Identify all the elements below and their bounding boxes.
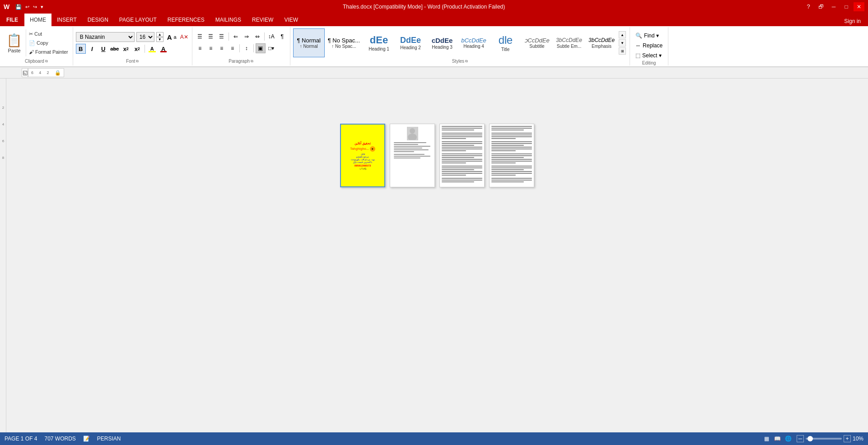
decrease-indent-btn[interactable]: ⇐ — [231, 32, 241, 42]
customize-quick-btn[interactable]: ▾ — [39, 3, 45, 11]
page-1-thumbnail[interactable]: تحقیق آنلاین Tahghigho... ★ فایل مرجع دا… — [340, 124, 385, 187]
style-heading4[interactable]: bCcDdEe Heading 4 — [458, 28, 490, 57]
border-btn[interactable]: □▾ — [266, 43, 276, 53]
page-3-thumbnail[interactable] — [439, 124, 485, 187]
page2-lines — [392, 142, 433, 158]
ad-note: واتساپ — [359, 167, 366, 170]
clear-format-btn[interactable]: A✕ — [179, 32, 189, 42]
redo-quick-btn[interactable]: ↪ — [32, 3, 38, 11]
zoom-track[interactable] — [806, 438, 842, 440]
copy-button[interactable]: 📄 Copy — [27, 39, 70, 47]
align-left-btn[interactable]: ≡ — [195, 43, 205, 53]
clipboard-expand-icon[interactable]: ⧉ — [45, 59, 48, 64]
tab-home[interactable]: HOME — [24, 14, 51, 26]
styles-scroll-up[interactable]: ▲ — [619, 31, 626, 38]
tab-page-layout[interactable]: PAGE LAYOUT — [114, 14, 162, 26]
align-center-btn[interactable]: ≡ — [206, 43, 216, 53]
paste-label: Paste — [8, 48, 20, 53]
zoom-controls: ─ + 10% — [797, 435, 863, 442]
italic-button[interactable]: I — [87, 44, 97, 54]
show-formatting-btn[interactable]: ¶ — [277, 32, 287, 42]
style-normal[interactable]: ¶ Normal ↑ Normal — [293, 28, 325, 57]
print-layout-view-btn[interactable]: ▦ — [762, 434, 771, 443]
tab-file[interactable]: FILE — [0, 14, 24, 26]
superscript-button[interactable]: x2 — [132, 44, 142, 54]
style-title[interactable]: dIe Title — [490, 28, 521, 57]
highlight-color-btn[interactable]: A — [147, 44, 157, 54]
clipboard-group: 📋 Paste ✂ Cut 📄 Copy 🖌 Format Painter — [0, 27, 73, 65]
numbering-btn[interactable]: ☰ — [206, 32, 216, 42]
styles-scroll-down[interactable]: ▼ — [619, 39, 626, 46]
page-2-thumbnail[interactable] — [390, 124, 435, 187]
divider — [145, 45, 145, 53]
paste-button[interactable]: 📋 Paste — [3, 29, 26, 56]
underline-button[interactable]: U — [98, 44, 108, 54]
tab-insert[interactable]: INSERT — [51, 14, 82, 26]
tab-references[interactable]: REFERENCES — [162, 14, 210, 26]
bullets-btn[interactable]: ☰ — [195, 32, 205, 42]
tab-design[interactable]: DESIGN — [82, 14, 114, 26]
tab-review[interactable]: REVIEW — [247, 14, 279, 26]
style-heading1[interactable]: dEe Heading 1 — [363, 28, 395, 57]
close-btn[interactable]: ✕ — [854, 2, 864, 11]
help-btn[interactable]: ? — [803, 2, 814, 11]
replace-button[interactable]: ↔ Replace — [633, 42, 665, 50]
change-case-small-btn[interactable]: a — [173, 33, 177, 41]
find-button[interactable]: 🔍 Find ▾ — [633, 32, 665, 40]
select-button[interactable]: ⬚ Select ▾ — [633, 51, 665, 60]
undo-quick-btn[interactable]: ↩ — [24, 3, 31, 11]
font-size-select[interactable]: 16 — [136, 32, 154, 42]
format-painter-button[interactable]: 🖌 Format Painter — [27, 48, 70, 56]
zoom-out-btn[interactable]: ─ — [797, 435, 804, 442]
language-indicator: PERSIAN — [97, 436, 121, 442]
sign-in-btn[interactable]: Sign in — [839, 16, 868, 26]
style-subtitle[interactable]: ɔCcDdEe Subtitle — [521, 28, 553, 57]
mirror-indents-btn[interactable]: ⇔ — [252, 32, 262, 42]
save-quick-btn[interactable]: 💾 — [14, 3, 23, 11]
read-mode-btn[interactable]: 📖 — [773, 434, 782, 443]
style-heading3[interactable]: cDdEe Heading 3 — [426, 28, 458, 57]
style-subtle-emphasis[interactable]: 3bCcDdEe Subtle Em... — [553, 28, 585, 57]
shading-btn[interactable]: ▣ — [256, 43, 266, 53]
zoom-thumb[interactable] — [807, 436, 813, 441]
paragraph-group-label: Paragraph — [229, 59, 250, 64]
sort-btn[interactable]: ↕A — [266, 32, 276, 42]
ribbon: FILE HOME INSERT DESIGN PAGE LAYOUT REFE… — [0, 14, 868, 67]
web-layout-btn[interactable]: 🌐 — [784, 434, 793, 443]
justify-btn[interactable]: ≡ — [228, 43, 238, 53]
cut-button[interactable]: ✂ Cut — [27, 30, 70, 38]
paragraph-group: ☰ ☰ ☰ ⇐ ⇒ ⇔ ↕A ¶ ≡ ≡ ≡ ≡ ↕ — [192, 27, 290, 65]
tab-view[interactable]: VIEW — [279, 14, 303, 26]
select-icon: ⬚ — [635, 52, 640, 59]
zoom-in-btn[interactable]: + — [844, 435, 851, 442]
restore-window-btn[interactable]: 🗗 — [816, 2, 826, 11]
style-no-spacing[interactable]: ¶ No Spac... ↑ No Spac... — [325, 28, 363, 57]
paragraph-expand-icon[interactable]: ⧉ — [251, 59, 253, 64]
ruler-left-end[interactable]: ◱ — [22, 68, 28, 77]
styles-expand-icon[interactable]: ⧉ — [465, 59, 468, 64]
font-size-decrease-btn[interactable]: ▼ — [156, 37, 163, 42]
paste-icon: 📋 — [6, 33, 22, 48]
bold-button[interactable]: B — [76, 44, 86, 54]
font-size-increase-btn[interactable]: ▲ — [156, 32, 163, 37]
change-case-large-btn[interactable]: A — [166, 32, 173, 42]
strikethrough-button[interactable]: abc — [110, 44, 120, 54]
styles-expand[interactable]: ⊞ — [619, 47, 626, 55]
select-label: Select ▾ — [642, 52, 662, 59]
line-spacing-btn[interactable]: ↕ — [242, 43, 252, 53]
minimize-btn[interactable]: ─ — [828, 2, 839, 11]
page-4-thumbnail[interactable] — [489, 124, 534, 187]
style-heading2[interactable]: DdEe Heading 2 — [395, 28, 426, 57]
subscript-button[interactable]: x2 — [121, 44, 131, 54]
font-name-select[interactable]: B Nazanin — [76, 32, 135, 42]
tab-mailings[interactable]: MAILINGS — [210, 14, 247, 26]
align-right-btn[interactable]: ≡ — [217, 43, 227, 53]
style-emphasis[interactable]: 3bCcDdEe Emphasis — [585, 28, 618, 57]
font-expand-icon[interactable]: ⧉ — [136, 59, 139, 64]
maximize-btn[interactable]: □ — [841, 2, 852, 11]
increase-indent-btn[interactable]: ⇒ — [242, 32, 252, 42]
horizontal-ruler: ◱ 6 4 2 🔒 — [0, 67, 868, 79]
multilevel-btn[interactable]: ☰ — [217, 32, 227, 42]
font-color-btn[interactable]: A — [159, 44, 168, 54]
zoom-percentage: 10% — [853, 436, 863, 442]
